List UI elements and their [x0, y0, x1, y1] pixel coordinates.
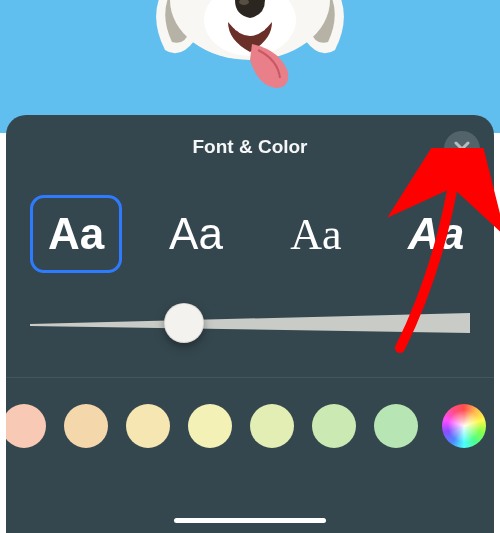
font-sample-label: Aa [169, 209, 223, 259]
color-swatch-2[interactable] [64, 404, 108, 448]
color-wheel-picker[interactable] [442, 404, 486, 448]
font-options-row: AaAaAaAa [6, 179, 494, 279]
font-option-4[interactable]: Aa [390, 195, 482, 273]
font-size-slider-area [6, 279, 494, 373]
color-swatch-5[interactable] [250, 404, 294, 448]
background-preview [0, 0, 500, 133]
home-indicator[interactable] [174, 518, 326, 523]
color-swatch-1[interactable] [6, 404, 46, 448]
color-swatch-4[interactable] [188, 404, 232, 448]
font-sample-label: Aa [408, 209, 464, 259]
slider-thumb[interactable] [164, 303, 204, 343]
slider-track-bg [30, 311, 470, 335]
memoji-avatar [140, 0, 360, 133]
color-swatches-row [6, 378, 494, 474]
close-icon [454, 141, 470, 157]
font-option-2[interactable]: Aa [150, 195, 242, 273]
close-button[interactable] [444, 131, 480, 167]
font-option-3[interactable]: Aa [270, 195, 362, 273]
font-option-1[interactable]: Aa [30, 195, 122, 273]
color-swatch-6[interactable] [312, 404, 356, 448]
font-sample-label: Aa [48, 209, 104, 259]
panel-title: Font & Color [192, 136, 307, 158]
color-swatch-7[interactable] [374, 404, 418, 448]
font-sample-label: Aa [290, 209, 341, 260]
color-swatch-3[interactable] [126, 404, 170, 448]
font-color-panel: Font & Color AaAaAaAa [6, 115, 494, 533]
panel-header: Font & Color [6, 115, 494, 179]
svg-marker-5 [30, 313, 470, 333]
font-size-slider[interactable] [30, 303, 470, 343]
